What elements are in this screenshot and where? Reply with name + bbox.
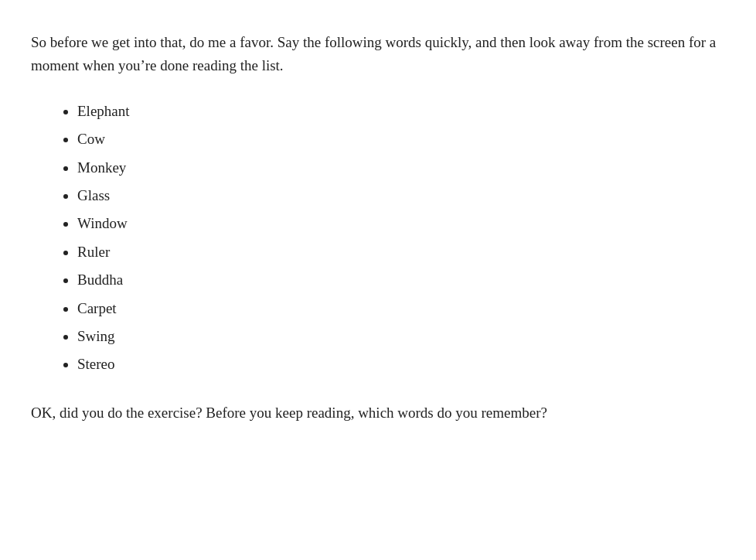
list-item: Buddha xyxy=(77,268,725,292)
list-item: Stereo xyxy=(77,353,725,376)
list-item: Monkey xyxy=(77,156,725,179)
list-item: Carpet xyxy=(77,297,725,320)
word-list: Elephant Cow Monkey Glass Window Ruler B… xyxy=(31,100,725,377)
intro-paragraph: So before we get into that, do me a favo… xyxy=(31,31,725,78)
list-item: Ruler xyxy=(77,241,725,264)
outro-paragraph: OK, did you do the exercise? Before you … xyxy=(31,401,696,425)
list-item: Cow xyxy=(77,128,725,151)
list-item: Swing xyxy=(77,325,725,348)
list-item: Glass xyxy=(77,184,725,207)
list-item: Window xyxy=(77,212,725,235)
list-item: Elephant xyxy=(77,100,725,123)
